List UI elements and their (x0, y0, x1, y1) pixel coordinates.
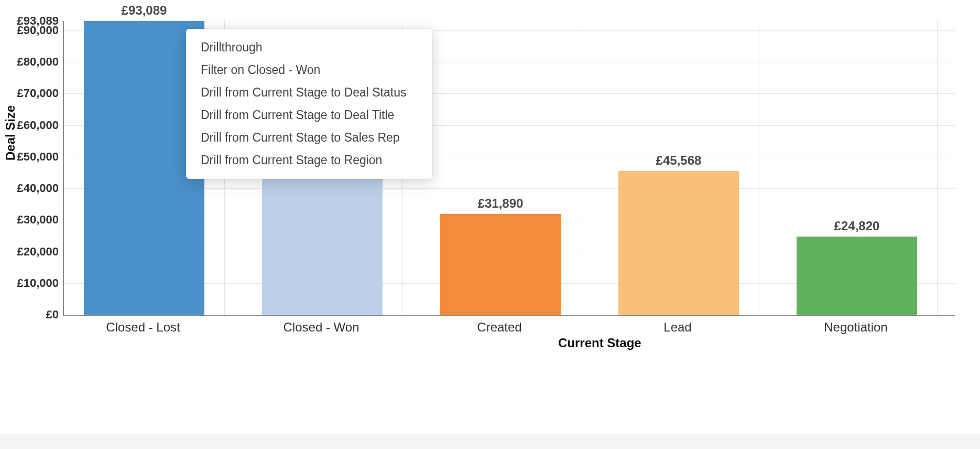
y-tick-label: £30,000 (17, 213, 64, 227)
context-menu[interactable]: DrillthroughFilter on Closed - WonDrill … (186, 29, 432, 179)
x-tick-label: Closed - Won (284, 320, 360, 335)
y-tick-label: £40,000 (17, 181, 64, 195)
x-tick-label: Created (477, 320, 521, 335)
context-menu-item[interactable]: Drill from Current Stage to Deal Status (186, 81, 432, 104)
context-menu-item[interactable]: Drillthrough (186, 36, 432, 59)
bar-value-label: £31,890 (478, 196, 524, 211)
y-tick-label: £10,000 (17, 276, 64, 290)
bar-value-label: £45,568 (656, 153, 702, 168)
x-tick-label: Closed - Lost (106, 320, 180, 335)
bottom-strip (0, 434, 980, 449)
x-axis-labels: Closed - LostClosed - WonCreatedLeadNego… (63, 317, 954, 338)
context-menu-item[interactable]: Drill from Current Stage to Sales Rep (186, 126, 432, 149)
y-max-label: £93,089 (17, 14, 64, 28)
x-tick-label: Negotiation (824, 320, 887, 335)
bar-lead[interactable]: £45,568 (618, 171, 739, 315)
x-tick-label: Lead (663, 320, 691, 335)
x-axis-title: Current Stage (558, 336, 641, 350)
context-menu-item[interactable]: Drill from Current Stage to Region (186, 149, 432, 172)
y-tick-label: £50,000 (17, 150, 64, 164)
y-tick-label: £70,000 (17, 87, 64, 100)
y-tick-label: £80,000 (17, 55, 64, 69)
bar-negotiation[interactable]: £24,820 (797, 237, 917, 315)
y-tick-label: £20,000 (17, 245, 64, 259)
context-menu-item[interactable]: Drill from Current Stage to Deal Title (186, 104, 432, 126)
y-axis-title: Deal Size (3, 105, 18, 161)
bar-closed-won[interactable] (262, 173, 383, 315)
bar-created[interactable]: £31,890 (440, 214, 561, 315)
deal-size-bar-chart: Deal Size £0£10,000£20,000£30,000£40,000… (0, 0, 980, 449)
y-tick-label: £0 (46, 308, 64, 322)
bar-value-label: £93,089 (122, 3, 167, 18)
bar-value-label: £24,820 (834, 219, 880, 233)
context-menu-item[interactable]: Filter on Closed - Won (186, 59, 432, 81)
y-tick-label: £60,000 (17, 119, 64, 132)
